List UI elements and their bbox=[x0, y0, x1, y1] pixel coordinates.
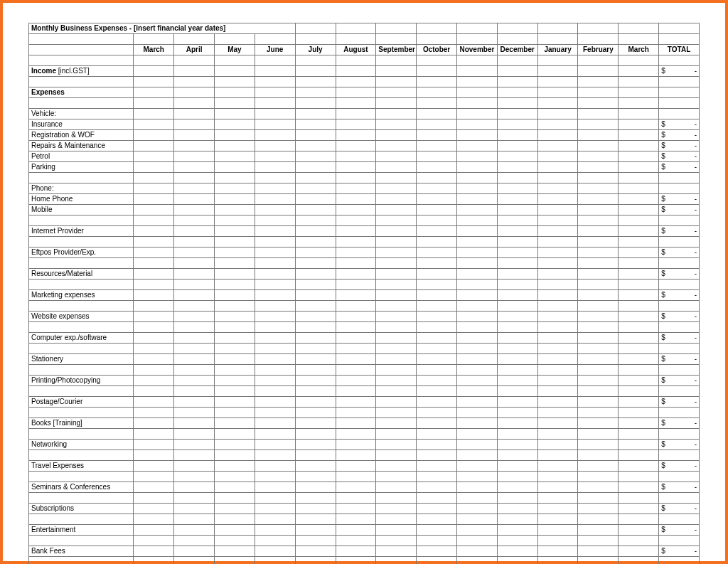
cell[interactable] bbox=[659, 557, 700, 565]
expense-cell[interactable] bbox=[417, 354, 457, 365]
cell[interactable] bbox=[497, 55, 537, 66]
cell[interactable] bbox=[456, 55, 497, 66]
cell[interactable] bbox=[134, 109, 174, 119]
cell[interactable] bbox=[537, 216, 578, 226]
cell[interactable] bbox=[659, 55, 700, 66]
expense-cell[interactable] bbox=[376, 269, 417, 280]
cell[interactable] bbox=[336, 450, 376, 461]
cell[interactable] bbox=[497, 536, 537, 546]
cell[interactable] bbox=[456, 77, 497, 87]
expense-cell[interactable] bbox=[134, 226, 174, 237]
expense-cell[interactable] bbox=[255, 376, 295, 386]
cell[interactable] bbox=[578, 536, 619, 546]
cell[interactable] bbox=[336, 173, 376, 183]
expense-cell[interactable] bbox=[174, 130, 215, 141]
income-cell[interactable] bbox=[619, 66, 659, 77]
cell[interactable] bbox=[134, 365, 174, 376]
expense-cell[interactable] bbox=[295, 354, 336, 365]
expense-cell[interactable] bbox=[336, 119, 376, 130]
cell[interactable] bbox=[336, 493, 376, 504]
cell[interactable] bbox=[174, 301, 215, 312]
expense-cell[interactable] bbox=[295, 546, 336, 557]
expense-cell[interactable] bbox=[537, 397, 578, 408]
cell[interactable] bbox=[134, 493, 174, 504]
cell[interactable] bbox=[336, 429, 376, 440]
cell[interactable] bbox=[456, 109, 497, 119]
cell[interactable] bbox=[417, 258, 457, 269]
cell[interactable] bbox=[659, 77, 700, 87]
expense-cell[interactable] bbox=[537, 162, 578, 173]
expense-cell[interactable] bbox=[255, 269, 295, 280]
cell[interactable] bbox=[578, 386, 619, 397]
cell[interactable] bbox=[376, 450, 417, 461]
cell[interactable] bbox=[336, 301, 376, 312]
expense-cell[interactable] bbox=[336, 162, 376, 173]
cell[interactable] bbox=[376, 280, 417, 290]
expense-cell[interactable] bbox=[537, 546, 578, 557]
expense-cell[interactable] bbox=[376, 162, 417, 173]
cell[interactable] bbox=[255, 301, 295, 312]
cell[interactable] bbox=[497, 98, 537, 109]
cell[interactable] bbox=[134, 258, 174, 269]
cell[interactable] bbox=[417, 429, 457, 440]
expense-cell[interactable] bbox=[174, 461, 215, 472]
income-cell[interactable] bbox=[456, 66, 497, 77]
cell[interactable] bbox=[417, 322, 457, 333]
cell[interactable] bbox=[29, 98, 134, 109]
cell[interactable] bbox=[29, 514, 134, 525]
cell[interactable] bbox=[295, 258, 336, 269]
cell[interactable] bbox=[659, 280, 700, 290]
cell[interactable] bbox=[497, 344, 537, 354]
cell[interactable] bbox=[659, 87, 700, 98]
cell[interactable] bbox=[578, 365, 619, 376]
cell[interactable] bbox=[376, 23, 417, 34]
expense-cell[interactable] bbox=[376, 504, 417, 514]
expense-cell[interactable] bbox=[456, 312, 497, 322]
expense-cell[interactable] bbox=[619, 248, 659, 258]
cell[interactable] bbox=[255, 237, 295, 248]
cell[interactable] bbox=[336, 55, 376, 66]
cell[interactable] bbox=[578, 109, 619, 119]
cell[interactable] bbox=[255, 34, 295, 45]
cell[interactable] bbox=[497, 429, 537, 440]
expense-cell[interactable] bbox=[174, 333, 215, 344]
expense-cell[interactable] bbox=[295, 151, 336, 162]
cell[interactable] bbox=[456, 450, 497, 461]
expense-cell[interactable] bbox=[255, 248, 295, 258]
expense-cell[interactable] bbox=[619, 418, 659, 429]
cell[interactable] bbox=[417, 55, 457, 66]
income-cell[interactable] bbox=[537, 66, 578, 77]
expense-cell[interactable] bbox=[336, 141, 376, 151]
cell[interactable] bbox=[29, 301, 134, 312]
cell[interactable] bbox=[174, 429, 215, 440]
expense-cell[interactable] bbox=[417, 226, 457, 237]
cell[interactable] bbox=[537, 237, 578, 248]
expense-cell[interactable] bbox=[255, 130, 295, 141]
expense-cell[interactable] bbox=[376, 354, 417, 365]
cell[interactable] bbox=[376, 77, 417, 87]
cell[interactable] bbox=[659, 173, 700, 183]
cell[interactable] bbox=[214, 536, 255, 546]
cell[interactable] bbox=[456, 216, 497, 226]
expense-cell[interactable] bbox=[295, 248, 336, 258]
expense-cell[interactable] bbox=[456, 418, 497, 429]
cell[interactable] bbox=[376, 34, 417, 45]
expense-cell[interactable] bbox=[134, 482, 174, 493]
expense-cell[interactable] bbox=[417, 130, 457, 141]
expense-cell[interactable] bbox=[456, 333, 497, 344]
cell[interactable] bbox=[376, 322, 417, 333]
cell[interactable] bbox=[417, 216, 457, 226]
expense-cell[interactable] bbox=[336, 525, 376, 536]
income-cell[interactable] bbox=[214, 66, 255, 77]
cell[interactable] bbox=[578, 237, 619, 248]
cell[interactable] bbox=[255, 98, 295, 109]
expense-cell[interactable] bbox=[578, 333, 619, 344]
expense-cell[interactable] bbox=[578, 312, 619, 322]
cell[interactable] bbox=[29, 450, 134, 461]
expense-cell[interactable] bbox=[336, 482, 376, 493]
expense-cell[interactable] bbox=[497, 418, 537, 429]
expense-cell[interactable] bbox=[619, 130, 659, 141]
expense-cell[interactable] bbox=[578, 376, 619, 386]
cell[interactable] bbox=[255, 77, 295, 87]
expense-cell[interactable] bbox=[537, 119, 578, 130]
